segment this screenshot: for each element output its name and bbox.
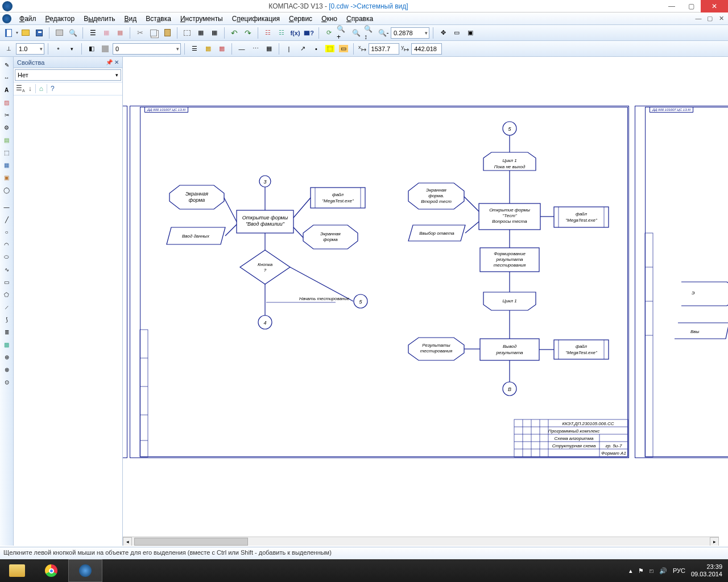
snap-menu-button[interactable]: ▾ bbox=[65, 43, 78, 55]
line1-button[interactable]: — bbox=[235, 43, 248, 55]
fillet-icon[interactable]: ⟆ bbox=[1, 314, 13, 325]
pin-icon[interactable]: 📌 ✕ bbox=[106, 59, 119, 65]
zoom-in-button[interactable]: 🔍+ bbox=[336, 27, 349, 39]
mdi-minimize-button[interactable]: — bbox=[694, 15, 703, 22]
mdi-close-button[interactable]: ✕ bbox=[717, 15, 726, 22]
lib2-icon[interactable]: ◯ bbox=[1, 184, 13, 196]
chamfer-icon[interactable]: ⟋ bbox=[1, 301, 13, 313]
offset-icon[interactable]: ≣ bbox=[1, 326, 13, 338]
mini-down-icon[interactable]: ↓ bbox=[28, 85, 32, 93]
text-icon[interactable]: A bbox=[1, 84, 13, 95]
hscrollbar[interactable]: ◂ ▸ bbox=[123, 537, 719, 546]
ortho-button[interactable]: ⊥ bbox=[2, 43, 15, 55]
mini-help-icon[interactable]: ? bbox=[51, 85, 55, 93]
lib-button[interactable]: ☷ bbox=[275, 27, 288, 39]
maximize-button[interactable]: ▢ bbox=[681, 0, 701, 13]
properties-button[interactable]: ☰ bbox=[86, 27, 99, 39]
zoom-out-button[interactable]: 🔍- bbox=[377, 27, 390, 39]
segment-icon[interactable]: ╱ bbox=[1, 214, 13, 225]
ruler-button[interactable]: ▭ bbox=[337, 43, 350, 55]
scale-combo[interactable]: 1.0 bbox=[16, 43, 44, 55]
layers-button[interactable]: ☰ bbox=[188, 43, 201, 55]
rect-icon[interactable]: ▭ bbox=[1, 276, 13, 288]
move-button[interactable]: ✥ bbox=[437, 27, 449, 39]
tray-up-icon[interactable]: ▴ bbox=[629, 567, 632, 575]
manager-button[interactable]: ☷ bbox=[262, 27, 274, 39]
menu-window[interactable]: Окно bbox=[317, 13, 342, 25]
table-button[interactable]: ▦ bbox=[195, 27, 207, 39]
filter-button[interactable]: ◧ bbox=[85, 43, 98, 55]
drawing-canvas[interactable]: ДД.900.101007.ЦС.13.III ДД.900.101007.ЦС… bbox=[123, 57, 728, 546]
measure-icon[interactable]: ▤ bbox=[1, 134, 13, 146]
new-button[interactable] bbox=[2, 27, 15, 39]
menu-help[interactable]: Справка bbox=[342, 13, 378, 25]
menu-select[interactable]: Выделить bbox=[79, 13, 119, 25]
y-coord-field[interactable]: 442.018 bbox=[411, 43, 442, 55]
highlight-button[interactable]: ⬚ bbox=[324, 43, 336, 55]
zoom-window-button[interactable]: 🔍 bbox=[350, 27, 362, 39]
dim-icon[interactable]: ↔ bbox=[1, 72, 13, 83]
arc-icon[interactable]: ◠ bbox=[1, 239, 13, 250]
hatch1-button[interactable]: ▩ bbox=[202, 43, 214, 55]
spline-icon[interactable]: ∿ bbox=[1, 264, 13, 275]
paste-button[interactable] bbox=[161, 27, 173, 39]
zoom-combo[interactable]: 0.2878 bbox=[391, 27, 429, 39]
layers1-button[interactable]: ▦ bbox=[100, 27, 113, 39]
region-icon[interactable]: ▩ bbox=[1, 339, 13, 350]
cut-button[interactable]: ✂ bbox=[134, 27, 146, 39]
edit-icon[interactable]: ✂ bbox=[1, 109, 13, 120]
properties-combo[interactable]: Нет bbox=[15, 69, 121, 81]
menu-insert[interactable]: Вставка bbox=[141, 13, 176, 25]
task-kompas[interactable] bbox=[68, 559, 102, 582]
color-button[interactable] bbox=[99, 43, 111, 55]
zoom-all-button[interactable]: ▣ bbox=[464, 27, 477, 39]
properties-panel-header[interactable]: Свойства 📌 ✕ bbox=[14, 57, 122, 68]
task-explorer[interactable] bbox=[0, 559, 34, 582]
line-tool-icon[interactable]: — bbox=[1, 201, 13, 213]
menu-service[interactable]: Сервис bbox=[284, 13, 317, 25]
layer-combo[interactable]: 0 bbox=[113, 43, 181, 55]
undo-button[interactable]: ↶ bbox=[228, 27, 241, 39]
fx-button[interactable]: f(x) bbox=[289, 27, 301, 39]
menu-file[interactable]: Файл bbox=[15, 13, 41, 25]
mdi-restore-button[interactable]: ▢ bbox=[705, 15, 714, 22]
cursor-help-button[interactable]: ⯀? bbox=[303, 27, 315, 39]
save-button[interactable] bbox=[33, 27, 46, 39]
tray-action-icon[interactable]: ⏍ bbox=[650, 567, 653, 574]
open-button[interactable] bbox=[19, 27, 32, 39]
task-chrome[interactable] bbox=[34, 559, 68, 582]
point-button[interactable]: • bbox=[310, 43, 322, 55]
misc1-icon[interactable]: ⊕ bbox=[1, 351, 13, 363]
grid2-button[interactable]: ▦ bbox=[263, 43, 275, 55]
arrow-button[interactable]: ↗ bbox=[296, 43, 309, 55]
lib1-icon[interactable]: ▣ bbox=[1, 172, 13, 183]
circle-icon[interactable]: ○ bbox=[1, 226, 13, 238]
spec-icon[interactable]: ▦ bbox=[1, 159, 13, 171]
redo-button[interactable]: ↷ bbox=[242, 27, 254, 39]
x-coord-field[interactable]: 1537.7 bbox=[369, 43, 399, 55]
vertical-button[interactable]: | bbox=[283, 43, 295, 55]
geometry-icon[interactable]: ✎ bbox=[1, 59, 13, 70]
grid-button[interactable]: ▦ bbox=[208, 27, 221, 39]
mini-home-icon[interactable]: ⌂ bbox=[39, 85, 43, 93]
hatch-icon[interactable]: ▨ bbox=[1, 97, 13, 108]
close-button[interactable]: ✕ bbox=[701, 0, 728, 13]
zoom-dyn-button[interactable]: 🔍↕ bbox=[363, 27, 376, 39]
tray-clock[interactable]: 23:39 09.03.2014 bbox=[691, 563, 722, 577]
layers2-button[interactable]: ▦ bbox=[114, 27, 126, 39]
frame-button[interactable] bbox=[181, 27, 193, 39]
preview-button[interactable]: 🔍 bbox=[67, 27, 79, 39]
menu-spec[interactable]: Спецификация bbox=[228, 13, 284, 25]
hatch2-button[interactable]: ▩ bbox=[216, 43, 228, 55]
ellipse-icon[interactable]: ⬭ bbox=[1, 251, 13, 263]
snap-button[interactable]: ∘ bbox=[52, 43, 64, 55]
misc3-icon[interactable]: ⊙ bbox=[1, 376, 13, 388]
zoom-fit-button[interactable]: ▭ bbox=[450, 27, 463, 39]
param-icon[interactable]: ⚙ bbox=[1, 122, 13, 133]
copy-button[interactable] bbox=[147, 27, 160, 39]
line2-button[interactable]: ⋯ bbox=[249, 43, 262, 55]
print-button[interactable] bbox=[53, 27, 65, 39]
poly-icon[interactable]: ⬠ bbox=[1, 289, 13, 300]
select-icon[interactable]: ⬚ bbox=[1, 147, 13, 158]
misc2-icon[interactable]: ⊗ bbox=[1, 364, 13, 375]
